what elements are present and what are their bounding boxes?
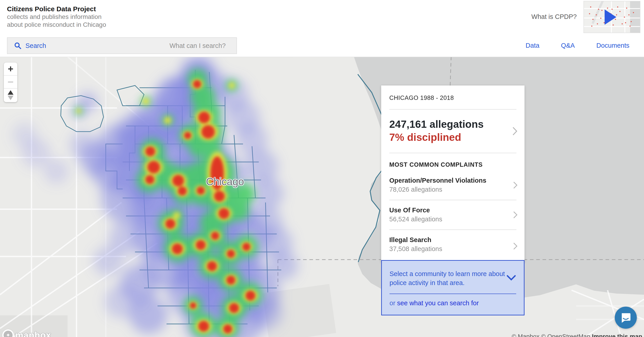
see-search-link[interactable]: see what you can search for: [397, 300, 479, 307]
divider: [390, 294, 516, 294]
attribution-credits[interactable]: © Mapbox © OpenStreetMap: [512, 333, 592, 337]
play-icon: [604, 10, 616, 25]
chevron-right-icon: [513, 242, 518, 250]
what-is-cpdp-link[interactable]: What is CPDP?: [532, 13, 577, 20]
complaint-row-illegal-search[interactable]: Illegal Search 37,508 allegations: [389, 230, 516, 262]
compass-south-icon: [8, 96, 14, 100]
map-base-layer: [0, 57, 644, 337]
community-prompt: Select a community to learn more about p…: [390, 269, 506, 287]
community-select-box[interactable]: Select a community to learn more about p…: [381, 260, 524, 316]
disciplined-percent: 7% disciplined: [389, 131, 516, 144]
search-icon: [14, 42, 22, 49]
heatmap-layer: [12, 57, 298, 337]
chevron-down-icon[interactable]: [506, 275, 516, 281]
allegations-summary-row[interactable]: 247,161 allegations 7% disciplined: [389, 110, 516, 153]
complaints-section-title: MOST COMMON COMPLAINTS: [389, 153, 516, 170]
intro-video-thumbnail[interactable]: [584, 1, 640, 33]
complaint-count: 37,508 allegations: [389, 244, 516, 253]
search-label: Search: [26, 42, 46, 50]
chat-bubble-icon: [620, 312, 632, 324]
compass-north-icon: [8, 90, 14, 95]
cpdp-home-screen: Chicago + − Citizens Police Data Project…: [0, 0, 644, 337]
map-attribution[interactable]: © Mapbox © OpenStreetMap Improve this ma…: [512, 333, 642, 337]
minus-icon: −: [8, 76, 14, 88]
allegations-count: 247,161 allegations: [389, 118, 516, 131]
panel-title: CHICAGO 1988 - 2018: [389, 86, 516, 109]
zoom-in-button[interactable]: +: [4, 62, 17, 76]
nav-data[interactable]: Data: [526, 42, 539, 49]
mapbox-logo-icon: ✦: [2, 329, 14, 337]
top-header: Citizens Police Data Project collects an…: [0, 0, 644, 57]
or-text: or: [390, 300, 397, 307]
complaint-count: 56,524 allegations: [389, 214, 516, 224]
nav-documents[interactable]: Documents: [596, 42, 629, 49]
chat-launcher-button[interactable]: [615, 307, 637, 329]
brand-subtitle-line2: about police misconduct in Chicago: [7, 21, 106, 28]
chevron-right-icon: [512, 126, 518, 136]
zoom-out-button[interactable]: −: [4, 76, 17, 89]
complaint-row-use-of-force[interactable]: Use Of Force 56,524 allegations: [389, 200, 516, 230]
search-hint: What can I search?: [170, 42, 226, 50]
complaint-name: Operation/Personnel Violations: [389, 176, 516, 185]
compass-button[interactable]: [4, 89, 17, 102]
city-summary-panel: CHICAGO 1988 - 2018 247,161 allegations …: [381, 86, 524, 262]
mapbox-logo[interactable]: ✦ mapbox: [2, 329, 51, 337]
complaint-name: Use Of Force: [389, 206, 516, 214]
chicago-map[interactable]: Chicago + −: [0, 57, 644, 337]
brand-block[interactable]: Citizens Police Data Project collects an…: [7, 5, 106, 28]
search-suggestion-line: or see what you can search for: [390, 300, 516, 307]
plus-icon: +: [8, 64, 14, 74]
complaint-name: Illegal Search: [389, 235, 516, 244]
improve-map-link[interactable]: Improve this map: [592, 333, 642, 337]
brand-subtitle-line1: collects and publishes information: [7, 13, 106, 21]
search-bar[interactable]: Search What can I search?: [7, 37, 237, 54]
chevron-right-icon: [513, 181, 518, 189]
complaint-count: 78,026 allegations: [389, 185, 516, 194]
city-label: Chicago: [196, 176, 254, 188]
complaint-row-operation-personnel[interactable]: Operation/Personnel Violations 78,026 al…: [389, 170, 516, 200]
mapbox-wordmark: mapbox: [15, 330, 51, 337]
brand-title: Citizens Police Data Project: [7, 5, 106, 13]
nav-qa[interactable]: Q&A: [561, 42, 575, 49]
main-nav: Data Q&A Documents: [526, 42, 629, 49]
map-zoom-control: + −: [4, 62, 17, 102]
chevron-right-icon: [513, 211, 518, 219]
